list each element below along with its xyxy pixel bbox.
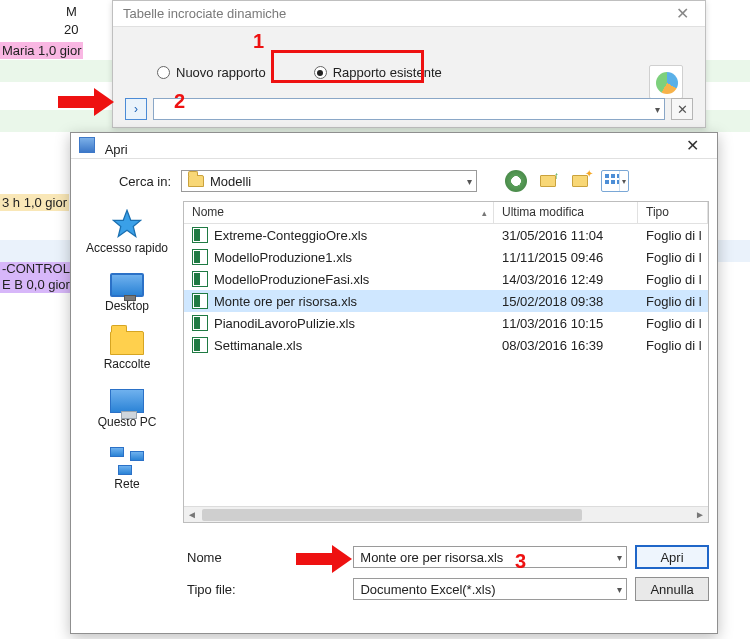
annotation-number-1: 1 — [253, 30, 264, 53]
annotation-number-2: 2 — [174, 90, 185, 113]
sort-asc-icon: ▴ — [482, 208, 487, 218]
file-row[interactable]: Monte ore per risorsa.xls15/02/2018 09:3… — [184, 290, 708, 312]
file-row[interactable]: Extreme-ConteggioOre.xls31/05/2016 11:04… — [184, 224, 708, 246]
file-type: Foglio di l — [638, 272, 708, 287]
open-dialog-titlebar: Apri ✕ — [71, 133, 717, 159]
filename-value: Monte ore per risorsa.xls — [360, 550, 503, 565]
bg-row-20: 20 — [64, 22, 78, 37]
browse-button[interactable]: › — [125, 98, 147, 120]
pc-icon — [110, 389, 144, 413]
arrow-left-icon: ◄ — [510, 174, 522, 188]
column-header-date[interactable]: Ultima modifica — [494, 202, 638, 223]
bg-col-m: M — [66, 4, 77, 19]
open-button[interactable]: Apri — [635, 545, 709, 569]
chevron-down-icon: ▾ — [655, 104, 660, 115]
file-list: Nome ▴ Ultima modifica Tipo Extreme-Cont… — [183, 201, 709, 523]
new-folder-button[interactable]: ✦ — [569, 170, 591, 192]
file-name: ModelloProduzioneFasi.xls — [214, 272, 369, 287]
annotation-arrow-1 — [58, 88, 114, 116]
open-dialog: Apri ✕ Cerca in: Modelli ▾ ◄ ↑ ✦ ▾ — [70, 132, 718, 634]
report-path-combo[interactable]: ▾ — [153, 98, 665, 120]
open-dialog-close-button[interactable]: ✕ — [675, 135, 709, 157]
column-header-name[interactable]: Nome ▴ — [184, 202, 494, 223]
scrollbar-thumb[interactable] — [202, 509, 582, 521]
xls-file-icon — [192, 293, 208, 309]
file-row[interactable]: Settimanale.xls08/03/2016 16:39Foglio di… — [184, 334, 708, 356]
sidebar-item-this-pc[interactable]: Questo PC — [71, 385, 183, 433]
file-date: 15/02/2018 09:38 — [494, 294, 638, 309]
pivot-chart-icon — [649, 65, 683, 99]
filetype-row: Tipo file: Documento Excel(*.xls) ▾ Annu… — [183, 573, 709, 605]
sidebar-item-label: Rete — [114, 477, 139, 491]
chevron-down-icon: ▾ — [467, 176, 472, 187]
horizontal-scrollbar[interactable]: ◄ ► — [184, 506, 708, 522]
clear-button[interactable]: ✕ — [671, 98, 693, 120]
filetype-label: Tipo file: — [183, 582, 255, 597]
sidebar-item-desktop[interactable]: Desktop — [71, 269, 183, 317]
annotation-arrow-3 — [296, 545, 352, 573]
file-type: Foglio di l — [638, 228, 708, 243]
open-dialog-title: Apri — [105, 137, 128, 163]
lookin-combo[interactable]: Modelli ▾ — [181, 170, 477, 192]
filename-row: Nome Monte ore per risorsa.xls ▾ Apri — [183, 541, 709, 573]
file-type: Foglio di l — [638, 316, 708, 331]
radio-new-report[interactable]: Nuovo rapporto — [157, 65, 266, 80]
sidebar-item-label: Raccolte — [104, 357, 151, 371]
grid-icon — [605, 174, 619, 188]
file-type: Foglio di l — [638, 294, 708, 309]
places-sidebar: Accesso rapido Desktop Raccolte Questo P… — [71, 201, 183, 533]
report-path-row: › ▾ ✕ — [125, 97, 693, 121]
sidebar-item-label: Accesso rapido — [86, 241, 168, 255]
chevron-down-icon: ▾ — [617, 552, 622, 563]
annotation-number-3: 3 — [515, 550, 526, 573]
pivot-dialog-title: Tabelle incrociate dinamiche — [113, 1, 705, 27]
bg-task-1: Maria 1,0 gior — [0, 42, 83, 59]
xls-file-icon — [192, 315, 208, 331]
xls-file-icon — [192, 337, 208, 353]
file-date: 31/05/2016 11:04 — [494, 228, 638, 243]
app-icon — [79, 137, 95, 153]
file-name: PianodiLavoroPulizie.xls — [214, 316, 355, 331]
folder-icon — [110, 331, 144, 355]
sidebar-item-network[interactable]: Rete — [71, 443, 183, 495]
filetype-value: Documento Excel(*.xls) — [360, 582, 495, 597]
lookin-value: Modelli — [210, 174, 251, 189]
lookin-toolbar: ◄ ↑ ✦ ▾ — [505, 170, 629, 192]
bg-task-3b: E B 0,0 gior — [0, 276, 72, 293]
chevron-down-icon: ▾ — [617, 584, 622, 595]
radio-off-icon — [157, 66, 170, 79]
file-row[interactable]: PianodiLavoroPulizie.xls11/03/2016 10:15… — [184, 312, 708, 334]
column-header-name-label: Nome — [192, 205, 224, 219]
sidebar-item-libraries[interactable]: Raccolte — [71, 327, 183, 375]
star-icon — [112, 209, 142, 239]
file-row[interactable]: ModelloProduzione1.xls11/11/2015 09:46Fo… — [184, 246, 708, 268]
up-one-level-button[interactable]: ↑ — [537, 170, 559, 192]
filename-combo[interactable]: Monte ore per risorsa.xls ▾ — [353, 546, 627, 568]
network-icon — [110, 447, 144, 475]
file-name: ModelloProduzione1.xls — [214, 250, 352, 265]
pivot-dialog-close-button[interactable]: ✕ — [665, 3, 699, 25]
radio-new-report-label: Nuovo rapporto — [176, 65, 266, 80]
folder-icon — [188, 175, 204, 187]
back-button[interactable]: ◄ — [505, 170, 527, 192]
filetype-combo[interactable]: Documento Excel(*.xls) ▾ — [353, 578, 627, 600]
sparkle-icon: ✦ — [585, 168, 593, 179]
xls-file-icon — [192, 227, 208, 243]
column-header-type[interactable]: Tipo — [638, 202, 708, 223]
scroll-left-icon: ◄ — [184, 507, 200, 523]
annotation-box-1 — [271, 50, 424, 83]
svg-marker-0 — [113, 210, 141, 236]
bg-task-3a: -CONTROL — [0, 260, 72, 277]
sidebar-item-label: Desktop — [105, 299, 149, 313]
file-type: Foglio di l — [638, 338, 708, 353]
monitor-icon — [110, 273, 144, 297]
file-date: 08/03/2016 16:39 — [494, 338, 638, 353]
file-name: Extreme-ConteggioOre.xls — [214, 228, 367, 243]
sidebar-item-quick-access[interactable]: Accesso rapido — [71, 205, 183, 259]
view-menu-button[interactable]: ▾ — [601, 170, 629, 192]
file-type: Foglio di l — [638, 250, 708, 265]
file-date: 14/03/2016 12:49 — [494, 272, 638, 287]
cancel-button[interactable]: Annulla — [635, 577, 709, 601]
xls-file-icon — [192, 271, 208, 287]
file-row[interactable]: ModelloProduzioneFasi.xls14/03/2016 12:4… — [184, 268, 708, 290]
